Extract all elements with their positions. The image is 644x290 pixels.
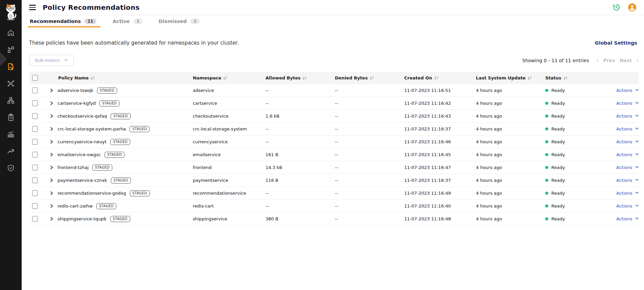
trending-up-icon <box>7 147 15 156</box>
row-checkbox[interactable] <box>32 190 38 196</box>
table-body: adservice-tswqk STAGED adservice -- -- 1… <box>29 84 639 225</box>
sidebar-item-topology[interactable] <box>6 46 15 55</box>
col-status[interactable]: Status <box>545 75 561 80</box>
row-checkbox[interactable] <box>32 203 38 209</box>
last-update-cell: 4 hours ago <box>476 178 545 183</box>
next-chevron-icon[interactable]: › <box>637 57 639 64</box>
denied-bytes-cell: -- <box>335 101 404 106</box>
actions-menu[interactable]: Actions <box>616 126 639 131</box>
status-label: Ready <box>551 165 565 170</box>
col-last-system-update[interactable]: Last System Update <box>476 75 526 80</box>
select-all-checkbox[interactable] <box>32 75 38 81</box>
expand-chevron-icon[interactable] <box>49 152 54 157</box>
col-created-on[interactable]: Created On <box>404 75 432 80</box>
bulk-actions-label: Bulk Actions <box>35 58 60 63</box>
row-checkbox[interactable] <box>32 139 38 145</box>
row-checkbox[interactable] <box>32 165 38 170</box>
sidebar-item-hierarchy[interactable] <box>6 97 15 105</box>
actions-menu[interactable]: Actions <box>616 114 639 119</box>
status-label: Ready <box>551 101 565 106</box>
actions-menu[interactable]: Actions <box>616 152 639 157</box>
tab-recommendations[interactable]: Recommendations 11 <box>29 15 97 27</box>
expand-chevron-icon[interactable] <box>49 140 54 144</box>
sidebar <box>0 0 22 290</box>
status-cell: Ready <box>545 126 616 131</box>
row-checkbox[interactable] <box>32 88 38 93</box>
prev-chevron-icon[interactable]: ‹ <box>596 57 598 64</box>
created-on-cell: 11-07-2023 11:16:46 <box>404 139 476 144</box>
sidebar-item-reports[interactable] <box>6 114 15 122</box>
namespace-cell: frontend <box>193 165 266 170</box>
row-checkbox[interactable] <box>32 126 38 132</box>
actions-menu[interactable]: Actions <box>616 101 639 106</box>
expand-chevron-icon[interactable] <box>49 88 54 93</box>
actions-menu[interactable]: Actions <box>616 191 639 196</box>
allowed-bytes-cell: -- <box>266 191 335 196</box>
prev-button[interactable]: Prev <box>603 58 615 63</box>
chevron-down-icon <box>635 139 639 144</box>
tab-active[interactable]: Active 1 <box>112 15 143 27</box>
actions-menu[interactable]: Actions <box>616 216 639 221</box>
actions-menu[interactable]: Actions <box>616 88 639 93</box>
col-policy-name[interactable]: Policy Name <box>58 75 89 80</box>
history-icon[interactable] <box>612 3 621 12</box>
status-cell: Ready <box>545 152 616 157</box>
expand-chevron-icon[interactable] <box>49 165 54 170</box>
row-checkbox[interactable] <box>32 100 38 106</box>
bulk-actions-button[interactable]: Bulk Actions <box>29 55 74 66</box>
global-settings-link[interactable]: Global Settings <box>595 40 637 46</box>
expand-chevron-icon[interactable] <box>49 217 54 221</box>
sidebar-item-network-graph[interactable] <box>6 80 15 89</box>
network-nodes-icon <box>7 79 15 89</box>
policy-name: cartservice-kgfyd <box>58 101 96 106</box>
actions-menu[interactable]: Actions <box>616 203 639 209</box>
hamburger-menu-icon[interactable] <box>29 5 36 10</box>
expand-chevron-icon[interactable] <box>49 204 54 208</box>
sidebar-item-security[interactable] <box>6 164 15 173</box>
created-on-cell: 11-07-2023 11:16:48 <box>404 216 476 221</box>
expand-chevron-icon[interactable] <box>49 127 54 131</box>
row-checkbox[interactable] <box>32 177 38 183</box>
actions-menu[interactable]: Actions <box>616 178 639 183</box>
staged-badge: STAGED <box>99 100 119 106</box>
sort-icon <box>528 76 532 80</box>
namespace-cell: recommendationservice <box>193 191 266 196</box>
sidebar-item-home[interactable] <box>6 29 15 38</box>
created-on-cell: 11-07-2023 11:16:49 <box>404 191 476 196</box>
row-checkbox[interactable] <box>32 113 38 119</box>
status-cell: Ready <box>545 191 616 196</box>
col-namespace[interactable]: Namespace <box>193 75 221 80</box>
actions-menu[interactable]: Actions <box>616 165 639 170</box>
next-button[interactable]: Next <box>620 58 632 63</box>
policy-table: Policy Name Namespace Allowed Bytes Deni… <box>29 72 639 225</box>
allowed-bytes-cell: -- <box>266 126 335 131</box>
table-header: Policy Name Namespace Allowed Bytes Deni… <box>29 72 639 84</box>
last-update-cell: 4 hours ago <box>476 88 545 93</box>
sidebar-item-policies[interactable] <box>6 63 15 72</box>
sidebar-item-trends[interactable] <box>6 147 15 156</box>
expand-chevron-icon[interactable] <box>49 178 54 183</box>
row-checkbox[interactable] <box>32 152 38 158</box>
chevron-down-icon <box>635 191 639 196</box>
created-on-cell: 11-07-2023 11:16:42 <box>404 101 476 106</box>
tab-dismissed[interactable]: Dismissed 2 <box>158 15 200 27</box>
col-denied-bytes[interactable]: Denied Bytes <box>335 75 368 80</box>
expand-chevron-icon[interactable] <box>49 101 54 105</box>
status-dot-icon <box>545 140 548 143</box>
actions-menu[interactable]: Actions <box>616 139 639 144</box>
namespace-cell: emailservice <box>193 152 266 157</box>
status-label: Ready <box>551 88 565 93</box>
sort-icon <box>223 76 228 80</box>
created-on-cell: 11-07-2023 11:16:51 <box>404 88 476 93</box>
sort-icon <box>434 76 439 80</box>
col-allowed-bytes[interactable]: Allowed Bytes <box>266 75 301 80</box>
policy-name: currencyservice-neuyt <box>58 139 107 144</box>
sidebar-item-analytics[interactable] <box>6 130 15 139</box>
status-dot-icon <box>545 89 548 92</box>
actions-label: Actions <box>616 114 632 119</box>
expand-chevron-icon[interactable] <box>49 114 54 118</box>
expand-chevron-icon[interactable] <box>49 191 54 195</box>
user-avatar-icon[interactable] <box>628 3 637 12</box>
last-update-cell: 4 hours ago <box>476 216 545 221</box>
row-checkbox[interactable] <box>32 216 38 222</box>
